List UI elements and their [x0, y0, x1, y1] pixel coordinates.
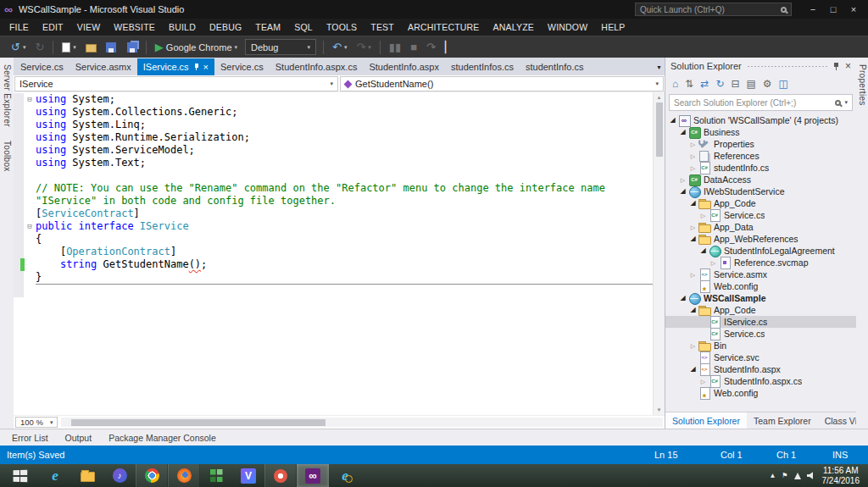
tree-item-iwebstudentservice[interactable]: ◢IWebStudentService: [665, 185, 856, 197]
tree-item-bin[interactable]: ▷Bin: [665, 340, 856, 351]
menu-window[interactable]: WINDOW: [541, 19, 594, 36]
sync-with-active-document-icon[interactable]: ⇄: [700, 79, 709, 89]
editor-tab-service-cs[interactable]: Service.cs: [14, 58, 70, 75]
type-dropdown[interactable]: IService ▾: [14, 76, 338, 91]
menu-sql[interactable]: SQL: [287, 19, 320, 36]
editor-tab-iservice-cs[interactable]: IService.cs×: [137, 58, 214, 75]
scroll-up-icon[interactable]: ▲: [657, 92, 662, 102]
visual-studio-button[interactable]: [297, 464, 329, 487]
tree-item-iservice-cs[interactable]: IService.cs: [665, 316, 856, 328]
solution-explorer-search-input[interactable]: Search Solution Explorer (Ctrl+;) ▾: [669, 94, 853, 111]
navigate-backward-button[interactable]: ↺▾: [7, 38, 30, 57]
horizontal-scrollbar-thumb[interactable]: [71, 419, 326, 426]
ie-tools-button[interactable]: [329, 464, 361, 487]
browser-app-button[interactable]: [264, 464, 297, 487]
panel-tab-package-manager-console[interactable]: Package Manager Console: [101, 433, 224, 443]
file-explorer-button[interactable]: [71, 464, 103, 487]
collapsed-arrow-icon[interactable]: ▷: [709, 260, 718, 266]
save-button[interactable]: [102, 38, 120, 57]
tree-item-service-cs[interactable]: Service.cs: [665, 328, 856, 340]
collapsed-arrow-icon[interactable]: ▷: [688, 343, 698, 349]
action-center-icon[interactable]: ⚑: [782, 472, 787, 479]
break-all-button[interactable]: ▮▮: [385, 38, 405, 57]
side-tab-properties[interactable]: Properties: [858, 64, 867, 106]
code-line[interactable]: [14, 169, 653, 182]
tree-item-app-data[interactable]: ▷App_Data: [665, 221, 856, 233]
internet-explorer-button[interactable]: [39, 464, 71, 487]
expanded-arrow-icon[interactable]: ◢: [688, 235, 698, 242]
menu-team[interactable]: TEAM: [248, 19, 287, 36]
tree-item-solution-wscallsample-4-projects[interactable]: ◢Solution 'WSCallSample' (4 projects): [665, 114, 856, 126]
collapsed-arrow-icon[interactable]: ▷: [688, 153, 698, 159]
tree-item-app-webreferences[interactable]: ◢App_WebReferences: [665, 233, 856, 245]
side-tab-toolbox[interactable]: Toolbox: [3, 141, 12, 172]
panel-tab-error-list[interactable]: Error List: [4, 433, 56, 443]
menu-build[interactable]: BUILD: [162, 19, 203, 36]
vertical-scrollbar-thumb[interactable]: [656, 102, 663, 157]
solution-configuration-dropdown[interactable]: Debug▾: [245, 39, 316, 55]
vertical-scrollbar[interactable]: ▲ ▼: [653, 92, 665, 415]
code-line[interactable]: // NOTE: You can use the "Rename" comman…: [14, 182, 653, 208]
pin-icon[interactable]: [832, 62, 840, 71]
home-icon[interactable]: ⌂: [672, 79, 678, 89]
editor-tab-studentinfos-cs[interactable]: studentInfos.cs: [445, 58, 520, 75]
fold-marker-icon[interactable]: ⊟: [24, 220, 36, 233]
tool-window-tab-team-explorer[interactable]: Team Explorer: [747, 412, 818, 429]
fold-marker-icon[interactable]: ⊟: [24, 93, 36, 106]
tree-item-service-cs[interactable]: ▷Service.cs: [665, 209, 856, 221]
code-line[interactable]: ⊟public interface IService: [14, 220, 653, 233]
network-icon[interactable]: [794, 473, 801, 479]
expanded-arrow-icon[interactable]: ◢: [698, 247, 708, 254]
collapsed-arrow-icon[interactable]: ▷: [698, 213, 708, 219]
text-cursor-button[interactable]: ▏: [441, 38, 458, 57]
start-debug-button[interactable]: ▶Google Chrome▾: [151, 38, 242, 57]
tree-item-dataaccess[interactable]: ▷DataAccess: [665, 174, 856, 185]
side-tab-server-explorer[interactable]: Server Explorer: [3, 64, 12, 127]
editor-tab-service-asmx[interactable]: Service.asmx: [70, 58, 137, 75]
menu-test[interactable]: TEST: [364, 19, 401, 36]
collapsed-arrow-icon[interactable]: ▷: [698, 379, 708, 385]
close-icon[interactable]: ×: [845, 61, 851, 71]
code-line[interactable]: using System.ServiceModel;: [14, 144, 653, 157]
expanded-arrow-icon[interactable]: ◢: [678, 295, 687, 302]
save-all-button[interactable]: [121, 38, 142, 57]
code-line[interactable]: using System.Collections.Generic;: [14, 106, 653, 119]
minimize-button[interactable]: −: [803, 2, 823, 17]
expanded-arrow-icon[interactable]: ◢: [688, 307, 698, 313]
preview-selected-items-icon[interactable]: ◫: [779, 79, 788, 89]
tree-item-web-config[interactable]: Web.config: [665, 280, 856, 292]
expanded-arrow-icon[interactable]: ◢: [678, 129, 687, 136]
editor-tab-service-cs[interactable]: Service.cs: [214, 58, 270, 75]
chrome-button[interactable]: [136, 464, 168, 487]
expanded-arrow-icon[interactable]: ◢: [668, 117, 677, 124]
member-dropdown[interactable]: GetStudentName() ▾: [340, 76, 664, 91]
menu-analyze[interactable]: ANALYZE: [487, 19, 541, 36]
show-hidden-icons-icon[interactable]: ▲: [769, 472, 776, 479]
tool-window-tab-solution-explorer[interactable]: Solution Explorer: [665, 412, 747, 429]
tree-item-studentinfo-aspx-cs[interactable]: ▷StudentInfo.aspx.cs: [665, 375, 856, 387]
switch-views-icon[interactable]: ⇅: [685, 79, 693, 89]
tree-item-service-svc[interactable]: Service.svc: [665, 351, 856, 363]
menu-file[interactable]: FILE: [3, 19, 36, 36]
show-all-files-icon[interactable]: ▤: [747, 79, 756, 89]
menu-website[interactable]: WEBSITE: [107, 19, 162, 36]
tree-item-app-code[interactable]: ◢App_Code: [665, 197, 856, 209]
code-editor[interactable]: ⊟using System;using System.Collections.G…: [14, 92, 653, 415]
zoom-dropdown[interactable]: 100 % ▾: [15, 417, 58, 428]
code-line[interactable]: [OperationContract]: [14, 246, 653, 258]
panel-tab-output[interactable]: Output: [58, 433, 100, 443]
menu-architecture[interactable]: ARCHITECTURE: [401, 19, 487, 36]
start-button[interactable]: [0, 464, 39, 487]
properties-icon[interactable]: ⚙: [763, 79, 772, 89]
tree-item-properties[interactable]: ▷Properties: [665, 138, 856, 150]
new-file-button[interactable]: ▾: [58, 38, 81, 57]
firefox-button[interactable]: [168, 464, 200, 487]
editor-tab-studentinfo-aspx-cs[interactable]: StudentInfo.aspx.cs: [270, 58, 364, 75]
collapsed-arrow-icon[interactable]: ▷: [678, 177, 687, 183]
step-over-button[interactable]: ↷: [422, 38, 440, 57]
maximize-button[interactable]: □: [823, 2, 843, 17]
tree-item-studentinfolegalagreement[interactable]: ◢StudentInfoLegalAgreement: [665, 245, 856, 257]
tree-item-studentinfo-cs[interactable]: ▷studentInfo.cs: [665, 162, 856, 174]
green-grid-app-button[interactable]: [200, 464, 232, 487]
collapsed-arrow-icon[interactable]: ▷: [688, 272, 698, 278]
